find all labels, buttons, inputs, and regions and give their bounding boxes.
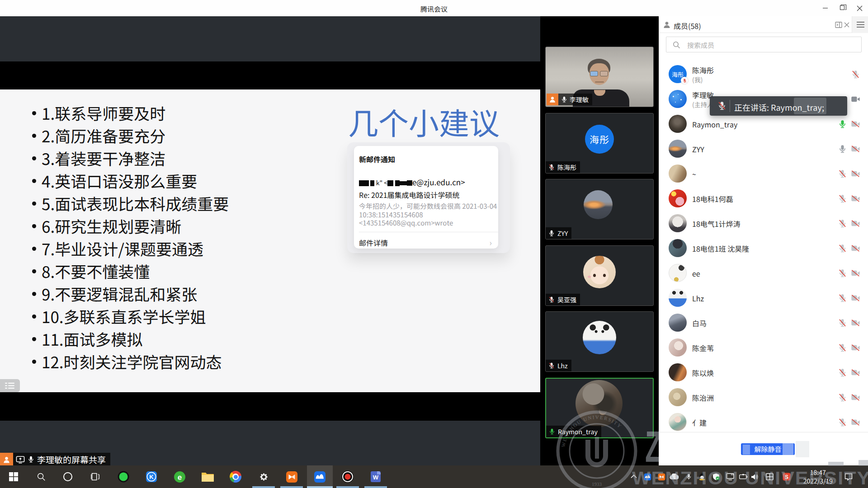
svg-text:W: W bbox=[373, 474, 379, 481]
svg-text:K: K bbox=[149, 474, 154, 480]
svg-text:e: e bbox=[177, 473, 181, 481]
svg-text:S: S bbox=[785, 474, 788, 480]
